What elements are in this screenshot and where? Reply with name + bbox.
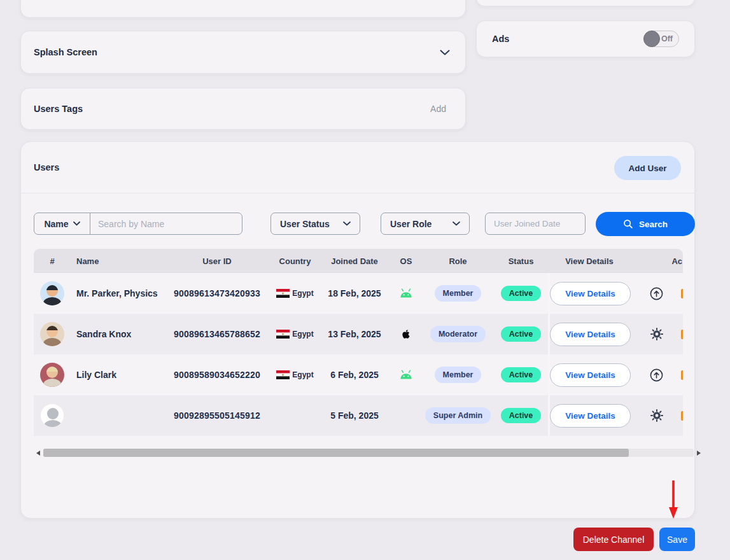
status-cell: Active (494, 326, 548, 342)
users-tags-card: Users Tags Add (20, 88, 466, 130)
clipped-action-icon[interactable] (681, 370, 683, 380)
save-button[interactable]: Save (659, 528, 695, 551)
triangle-left-icon (36, 451, 40, 456)
ads-toggle[interactable]: Off (643, 31, 679, 47)
status-cell: Active (494, 367, 548, 382)
scrollbar-track[interactable] (43, 449, 694, 457)
table-row: Sandra Knox 90089613465788652 Egypt 13 F… (34, 314, 683, 354)
promote-user-icon[interactable] (649, 368, 664, 382)
clipped-action-icon[interactable] (681, 411, 683, 421)
actions-cell (631, 354, 683, 395)
actions-cell (631, 314, 683, 354)
status-badge: Active (501, 367, 542, 382)
os-cell (390, 370, 422, 380)
add-user-button[interactable]: Add User (614, 156, 681, 180)
users-section-title: Users (34, 162, 59, 172)
triangle-right-icon (697, 451, 701, 456)
settings-gear-icon[interactable] (650, 409, 664, 423)
country-cell: Egypt (271, 289, 319, 298)
user-status-value: User Status (280, 219, 330, 229)
chevron-down-icon[interactable] (440, 50, 450, 55)
country-label: Egypt (292, 330, 313, 339)
avatar (40, 281, 64, 305)
avatar-cell (34, 363, 71, 387)
ads-title: Ads (492, 34, 509, 44)
view-details-cell: View Details (548, 273, 631, 314)
promote-user-icon[interactable] (649, 286, 664, 301)
column-header: Name (71, 256, 163, 266)
joined-date: 5 Feb, 2025 (319, 410, 390, 421)
egypt-flag-icon (276, 330, 290, 339)
egypt-flag-icon (276, 289, 290, 298)
partial-card-top-right (476, 0, 695, 6)
column-header: View Details (548, 256, 631, 266)
delete-channel-button[interactable]: Delete Channel (573, 528, 654, 551)
settings-gear-icon[interactable] (650, 327, 664, 341)
column-header: Joined Date (319, 256, 390, 266)
column-header: Country (271, 256, 319, 266)
user-id: 90089589034652220 (163, 370, 271, 380)
splash-screen-title: Splash Screen (34, 47, 97, 57)
table-row: Mr. Parker, Physics 90089613473420933 Eg… (34, 273, 683, 314)
table-row: 90092895505145912 5 Feb, 2025 (34, 395, 683, 436)
view-details-button[interactable]: View Details (550, 404, 631, 428)
column-header: Status (494, 256, 548, 266)
scrollbar-thumb[interactable] (43, 449, 629, 457)
android-icon (399, 370, 413, 380)
clipped-action-icon[interactable] (681, 289, 683, 298)
user-id: 90092895505145912 (163, 410, 271, 421)
os-cell (390, 288, 422, 298)
view-details-button[interactable]: View Details (550, 323, 631, 346)
column-header: OS (390, 256, 422, 266)
column-header: Ac (631, 256, 683, 266)
apple-icon (401, 328, 412, 340)
splash-screen-card[interactable]: Splash Screen (20, 31, 466, 74)
divider (21, 193, 694, 193)
scroll-right-arrow[interactable] (696, 448, 702, 458)
partial-card-top-left (20, 0, 466, 18)
view-details-cell: View Details (548, 395, 631, 436)
status-cell: Active (494, 286, 548, 301)
role-badge: Member (435, 367, 482, 383)
toggle-knob[interactable] (643, 31, 660, 47)
view-details-button[interactable]: View Details (550, 282, 631, 305)
scroll-left-arrow[interactable] (35, 448, 41, 458)
user-role-select[interactable]: User Role (381, 213, 470, 235)
user-role-value: User Role (390, 219, 432, 229)
search-button-label: Search (639, 220, 668, 229)
avatar-cell (34, 403, 71, 428)
user-status-select[interactable]: User Status (270, 213, 360, 235)
role-badge: Member (435, 285, 482, 302)
search-button[interactable]: Search (596, 212, 695, 236)
search-combo: Name (34, 213, 242, 235)
joined-date: 6 Feb, 2025 (319, 370, 390, 380)
status-badge: Active (501, 326, 542, 342)
users-tags-add-button[interactable]: Add (430, 104, 446, 114)
country-cell: Egypt (271, 370, 319, 379)
view-details-button[interactable]: View Details (550, 363, 631, 387)
table-header-row: #NameUser IDCountryJoined DateOSRoleStat… (34, 249, 683, 273)
column-header: User ID (163, 256, 271, 266)
role-cell: Member (422, 285, 494, 302)
joined-date-input[interactable] (486, 213, 585, 234)
ads-card: Ads Off (476, 20, 695, 57)
chevron-down-icon (343, 221, 351, 226)
role-badge: Moderator (430, 326, 486, 342)
table-body: Mr. Parker, Physics 90089613473420933 Eg… (34, 273, 683, 436)
chevron-down-icon (453, 221, 460, 226)
joined-date: 18 Feb, 2025 (319, 288, 390, 298)
user-name: Sandra Knox (71, 329, 163, 339)
egypt-flag-icon (276, 370, 290, 379)
column-header: # (34, 256, 71, 266)
column-header: Role (422, 256, 494, 266)
search-field-select[interactable]: Name (34, 213, 90, 234)
status-badge: Active (501, 408, 542, 423)
user-name: Lily Clark (71, 370, 163, 380)
search-input[interactable] (90, 213, 242, 234)
user-id: 90089613465788652 (163, 329, 271, 339)
actions-cell (631, 395, 683, 436)
os-cell (390, 328, 422, 340)
clipped-action-icon[interactable] (681, 330, 683, 339)
status-badge: Active (501, 286, 542, 301)
search-field-value: Name (44, 219, 68, 229)
